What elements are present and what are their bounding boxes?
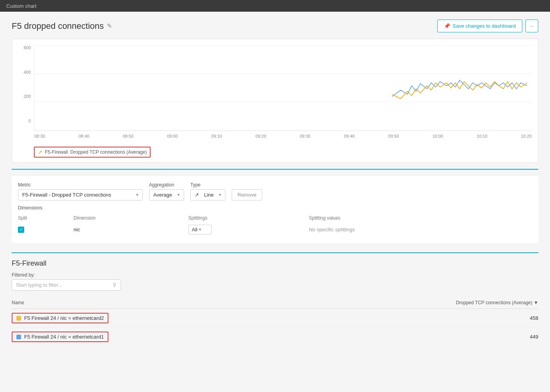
metric-group: Metric F5-Firewall - Dropped TCP connect… — [18, 182, 143, 200]
row1-value: 458 — [530, 315, 538, 321]
legend-item[interactable]: ↗ F5-Firewall Dropped TCP connections (A… — [34, 147, 151, 158]
remove-group: Remove — [232, 182, 262, 200]
y-axis: 600 400 200 0 — [18, 45, 34, 131]
section2-title: F5-Firewall — [12, 259, 538, 268]
col-splittings: Splittings — [188, 214, 309, 222]
more-options-button[interactable]: ··· — [525, 20, 538, 32]
col-dimension: Dimension — [74, 214, 188, 222]
splitting-value: All — [192, 227, 197, 232]
table-section: Name Dropped TCP connections (Average) ▼… — [12, 297, 538, 346]
dimensions-table: Split Dimension Splittings Splitting val… — [18, 214, 532, 237]
type-select[interactable]: ↗ Line ▾ — [190, 189, 225, 200]
aggregation-group: Aggregation Average ▾ — [149, 182, 184, 200]
legend-container: ↗ F5-Firewall Dropped TCP connections (A… — [18, 142, 532, 159]
filter-label: Filtered by: — [12, 272, 538, 278]
header-actions: 📌 Save changes to dashboard ··· — [437, 20, 538, 32]
col-splitting-values: Splitting values — [309, 214, 532, 222]
filter-icon: ⊽ — [113, 282, 117, 288]
remove-button[interactable]: Remove — [232, 189, 262, 200]
row1-label: F5 Firewall 24 / nic = ethernetcard2 — [12, 313, 108, 323]
splitting-values-text: No specific splittings — [309, 227, 355, 232]
filter-group: Filtered by: Start typing to filter... ⊽ — [12, 272, 538, 291]
section2: F5-Firewall Filtered by: Start typing to… — [12, 253, 538, 350]
chart-plot: 08:30 08:40 08:50 09:00 09:10 09:20 09:3… — [34, 45, 532, 131]
aggregation-select[interactable]: Average ▾ — [149, 189, 184, 200]
title-bar-label: Custom chart — [6, 3, 36, 9]
dimension-row: ✓ nic All ▾ No specific splittin — [18, 222, 532, 237]
legend-metric: Dropped TCP connections (Average) — [70, 149, 147, 155]
split-checkbox[interactable]: ✓ — [18, 227, 24, 233]
aggregation-chevron-icon: ▾ — [177, 192, 180, 197]
table-row: F5 Firewall 24 / nic = ethernetcard1 449 — [12, 328, 538, 346]
page-title-container: F5 dropped connections ✎ — [12, 21, 112, 31]
x-axis: 08:30 08:40 08:50 09:00 09:10 09:20 09:3… — [34, 134, 532, 138]
metric-row: Metric F5-Firewall - Dropped TCP connect… — [18, 182, 532, 200]
aggregation-label: Aggregation — [149, 182, 184, 188]
title-bar: Custom chart — [0, 0, 550, 12]
edit-title-icon[interactable]: ✎ — [107, 22, 112, 30]
row1-value-cell: 458 — [296, 309, 538, 328]
chart-svg — [34, 45, 532, 131]
legend-line-icon: ↗ — [38, 149, 43, 155]
row1-name: F5 Firewall 24 / nic = ethernetcard2 — [24, 315, 104, 321]
row2-value: 449 — [530, 334, 538, 340]
type-chevron-icon: ▾ — [219, 192, 221, 197]
row2-value-cell: 449 — [296, 328, 538, 346]
row1-name-cell: F5 Firewall 24 / nic = ethernetcard2 — [12, 309, 296, 328]
split-checkbox-cell[interactable]: ✓ — [18, 222, 74, 237]
save-to-dashboard-button[interactable]: 📌 Save changes to dashboard — [437, 20, 522, 32]
row2-name-cell: F5 Firewall 24 / nic = ethernetcard1 — [12, 328, 296, 346]
metric-chevron-icon: ▾ — [136, 192, 138, 197]
page-header: F5 dropped connections ✎ 📌 Save changes … — [12, 20, 538, 32]
dimension-name-cell: nic — [74, 222, 188, 237]
col-name-header: Name — [12, 297, 296, 309]
chart-container: 600 400 200 0 — [12, 39, 538, 163]
splitting-select[interactable]: All ▾ — [188, 225, 212, 234]
chart-area: 600 400 200 0 — [18, 45, 532, 131]
table-row: F5 Firewall 24 / nic = ethernetcard2 458 — [12, 309, 538, 328]
row2-name: F5 Firewall 24 / nic = ethernetcard1 — [24, 334, 104, 340]
splitting-values-cell: No specific splittings — [309, 222, 532, 237]
filter-input[interactable]: Start typing to filter... ⊽ — [12, 279, 121, 291]
data-table: Name Dropped TCP connections (Average) ▼… — [12, 297, 538, 346]
metric-label: Metric — [18, 182, 143, 188]
row2-color-dot — [16, 335, 21, 339]
row2-label: F5 Firewall 24 / nic = ethernetcard1 — [12, 332, 108, 342]
pin-icon: 📌 — [444, 23, 450, 29]
col-split: Split — [18, 214, 74, 222]
type-group: Type ↗ Line ▾ — [190, 182, 225, 200]
main-content: F5 dropped connections ✎ 📌 Save changes … — [0, 12, 550, 392]
filter-placeholder: Start typing to filter... — [16, 282, 62, 288]
splitting-chevron-icon: ▾ — [199, 227, 201, 232]
config-section: Metric F5-Firewall - Dropped TCP connect… — [12, 176, 538, 243]
dimensions-label: Dimensions — [18, 205, 532, 211]
col-metric-header[interactable]: Dropped TCP connections (Average) ▼ — [296, 297, 538, 309]
page-title: F5 dropped connections — [12, 21, 104, 31]
metric-select[interactable]: F5-Firewall - Dropped TCP connections ▾ — [18, 189, 143, 200]
metric-value: F5-Firewall - Dropped TCP connections — [22, 192, 111, 198]
aggregation-value: Average — [153, 192, 172, 198]
legend-source: F5-Firewall — [45, 149, 68, 155]
type-line-icon: ↗ — [195, 192, 199, 198]
type-label: Type — [190, 182, 225, 188]
dimensions-section: Dimensions Split Dimension Splittings Sp… — [18, 205, 532, 237]
type-value: Line — [204, 192, 214, 198]
row1-color-dot — [16, 316, 21, 321]
splitting-cell[interactable]: All ▾ — [188, 222, 309, 237]
dimension-name: nic — [74, 227, 80, 232]
section-divider-1 — [12, 169, 538, 170]
